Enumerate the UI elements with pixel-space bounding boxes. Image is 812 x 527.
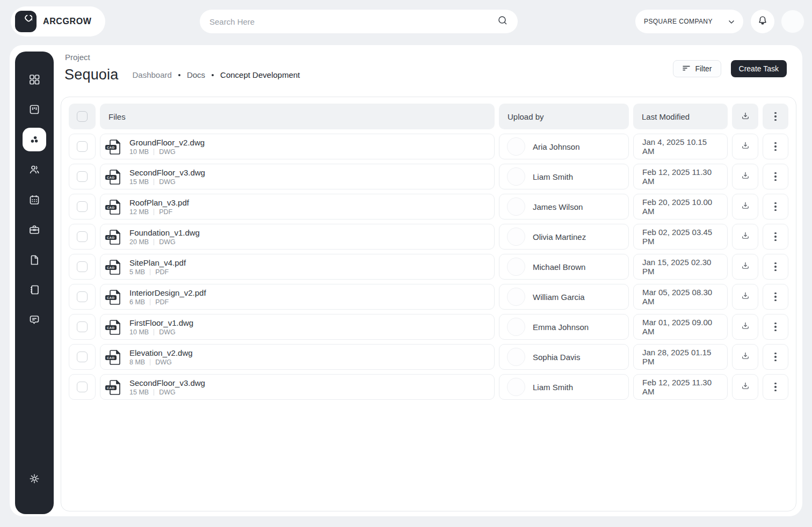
file-type: PDF (159, 208, 172, 216)
row-checkbox[interactable] (77, 261, 88, 272)
users-icon (28, 163, 41, 176)
column-header-files[interactable]: Files (100, 104, 495, 129)
row-more-button[interactable] (763, 284, 788, 310)
files-table-container: Files Upload by Last Modified (61, 97, 796, 511)
sidebar-item-documents[interactable] (23, 248, 46, 272)
row-download-button[interactable] (732, 164, 758, 189)
file-name: Elevation_v2.dwg (129, 348, 193, 357)
modified-date: Feb 02, 2025 03.45 PM (641, 228, 720, 246)
select-all-checkbox[interactable] (77, 111, 88, 122)
sidebar-item-workspace[interactable] (23, 218, 46, 241)
uploader-cell[interactable]: Emma Johnson (499, 314, 629, 340)
row-checkbox[interactable] (77, 231, 88, 242)
row-checkbox[interactable] (77, 291, 88, 302)
modified-cell: Feb 12, 2025 11.30 AM (633, 374, 728, 400)
breadcrumb-dashboard[interactable]: Dashboard (133, 70, 172, 79)
row-select-cell (69, 344, 96, 370)
row-select-cell (69, 164, 96, 189)
column-header-download[interactable] (732, 104, 758, 129)
create-task-button[interactable]: Create Task (731, 60, 787, 77)
row-checkbox[interactable] (77, 382, 88, 392)
uploader-avatar (507, 167, 525, 186)
column-header-more[interactable] (763, 104, 788, 129)
column-header-upload-by[interactable]: Upload by (499, 104, 629, 129)
user-avatar[interactable] (781, 10, 804, 33)
row-download-button[interactable] (732, 314, 758, 340)
uploader-cell[interactable]: Aria Johnson (499, 134, 629, 159)
row-download-button[interactable] (732, 134, 758, 159)
row-more-button[interactable] (763, 224, 788, 250)
sidebar-item-team[interactable] (23, 158, 46, 181)
row-more-button[interactable] (763, 254, 788, 280)
row-download-button[interactable] (732, 194, 758, 219)
kebab-menu-icon (774, 112, 777, 121)
filter-button[interactable]: Filter (673, 60, 721, 77)
row-download-button[interactable] (732, 224, 758, 250)
uploader-cell[interactable]: Michael Brown (499, 254, 629, 280)
sidebar-item-notes[interactable] (23, 278, 46, 302)
file-cell[interactable]: CAD RoofPlan_v3.pdf 12 MB PDF (100, 194, 495, 219)
row-more-button[interactable] (763, 344, 788, 370)
uploader-cell[interactable]: Olivia Martinez (499, 224, 629, 250)
file-name: InteriorDesign_v2.pdf (129, 288, 206, 297)
row-checkbox[interactable] (77, 201, 88, 212)
row-checkbox[interactable] (77, 141, 88, 152)
row-checkbox[interactable] (77, 321, 88, 332)
file-type: PDF (155, 268, 169, 276)
row-more-button[interactable] (763, 314, 788, 340)
sidebar-item-dashboard[interactable] (23, 68, 46, 91)
file-meta: 10 MB DWG (129, 148, 205, 156)
row-download-button[interactable] (732, 254, 758, 280)
row-download-button[interactable] (732, 284, 758, 310)
row-more-button[interactable] (763, 134, 788, 159)
row-download-button[interactable] (732, 344, 758, 370)
search-input[interactable] (209, 17, 497, 26)
file-cell[interactable]: CAD SecondFloor_v3.dwg 15 MB DWG (100, 164, 495, 189)
row-download-button[interactable] (732, 374, 758, 400)
file-meta: 15 MB DWG (129, 389, 205, 396)
uploader-cell[interactable]: Sophia Davis (499, 344, 629, 370)
topbar: ARCGROW PSQUARE COMPANY (0, 0, 812, 45)
brand-logo[interactable]: ARCGROW (11, 6, 105, 36)
cad-file-icon: CAD (108, 259, 122, 275)
row-checkbox[interactable] (77, 171, 88, 182)
file-type: DWG (159, 328, 176, 336)
download-icon (741, 261, 750, 273)
file-cell[interactable]: CAD FirstFloor_v1.dwg 10 MB DWG (100, 314, 495, 340)
file-cell[interactable]: CAD SitePlan_v4.pdf 5 MB PDF (100, 254, 495, 280)
file-cell[interactable]: CAD Elevation_v2.dwg 8 MB DWG (100, 344, 495, 370)
uploader-cell[interactable]: Liam Smith (499, 164, 629, 189)
row-select-cell (69, 224, 96, 250)
row-more-button[interactable] (763, 374, 788, 400)
notifications-button[interactable] (751, 10, 774, 33)
gear-icon (28, 473, 40, 485)
file-cell[interactable]: CAD SecondFloor_v3.dwg 15 MB DWG (100, 374, 495, 400)
company-selector-label: PSQUARE COMPANY (644, 18, 713, 25)
search-icon[interactable] (497, 15, 508, 28)
uploader-cell[interactable]: William Garcia (499, 284, 629, 310)
file-meta: 12 MB PDF (129, 208, 189, 216)
sidebar (15, 52, 54, 514)
row-checkbox[interactable] (77, 352, 88, 362)
file-cell[interactable]: CAD InteriorDesign_v2.pdf 6 MB PDF (100, 284, 495, 310)
sidebar-item-messages[interactable] (23, 308, 46, 332)
kebab-menu-icon (774, 383, 777, 392)
cad-file-icon: CAD (108, 379, 122, 395)
breadcrumb-docs[interactable]: Docs (187, 70, 205, 79)
uploader-cell[interactable]: James Wilson (499, 194, 629, 219)
row-more-button[interactable] (763, 164, 788, 189)
breadcrumb-separator-icon (178, 74, 180, 76)
sidebar-item-files[interactable] (23, 128, 46, 151)
column-header-last-modified[interactable]: Last Modified (633, 104, 728, 129)
row-more-button[interactable] (763, 194, 788, 219)
cad-badge: CAD (105, 235, 117, 240)
sidebar-item-settings[interactable] (23, 467, 46, 491)
uploader-cell[interactable]: Liam Smith (499, 374, 629, 400)
file-cell[interactable]: CAD GroundFloor_v2.dwg 10 MB DWG (100, 134, 495, 159)
company-selector[interactable]: PSQUARE COMPANY (635, 10, 743, 33)
sidebar-item-calendar[interactable] (23, 188, 46, 211)
sidebar-item-board[interactable] (23, 98, 46, 121)
file-cell[interactable]: CAD Foundation_v1.dwg 20 MB DWG (100, 224, 495, 250)
cad-badge: CAD (105, 145, 117, 150)
file-size: 10 MB (129, 328, 149, 336)
